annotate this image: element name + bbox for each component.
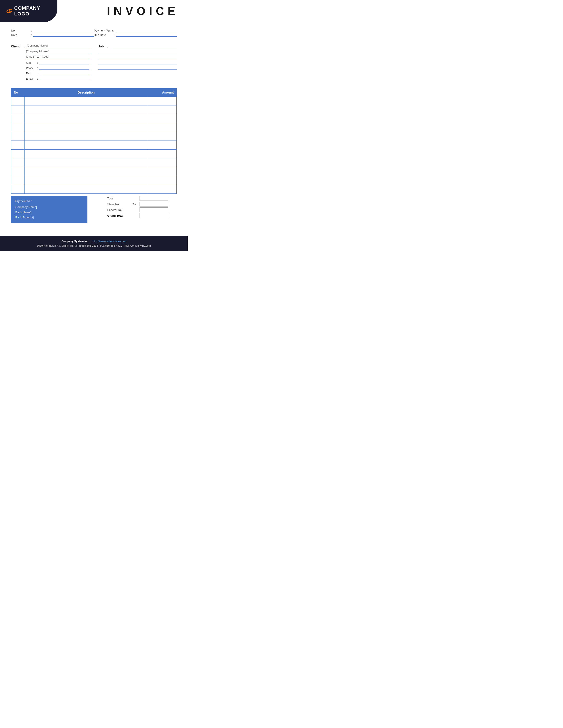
cell-desc-1[interactable] [24,97,148,105]
cell-no-1[interactable] [11,97,24,105]
cell-amount-6[interactable] [148,141,177,150]
table-row[interactable] [11,158,177,167]
table-row[interactable] [11,185,177,194]
table-row[interactable] [11,167,177,176]
cell-no-8[interactable] [11,158,24,167]
email-field[interactable] [39,76,89,80]
col-header-description: Description [24,88,148,97]
cell-no-4[interactable] [11,123,24,132]
client-column: Client : [Company Name] [Company Address… [11,44,89,82]
payment-title: Payment to : [15,199,84,204]
cell-amount-8[interactable] [148,158,177,167]
cell-no-11[interactable] [11,185,24,194]
cell-amount-7[interactable] [148,150,177,158]
cell-desc-10[interactable] [24,176,148,185]
table-row[interactable] [11,132,177,141]
cell-amount-10[interactable] [148,176,177,185]
cell-no-7[interactable] [11,150,24,158]
cell-amount-3[interactable] [148,114,177,123]
date-label: Date [11,33,31,37]
col-header-amount: Amount [148,88,177,97]
table-row[interactable] [11,176,177,185]
cell-desc-9[interactable] [24,167,148,176]
total-field[interactable] [139,196,168,201]
date-field[interactable] [33,33,94,37]
phone-field[interactable] [39,66,89,70]
cell-no-9[interactable] [11,167,24,176]
federal-tax-label: Federal Tax [107,208,132,212]
client-city-field[interactable]: [City, ST, ZIP Code] [26,55,89,59]
job-field-1[interactable] [110,44,177,48]
state-tax-pct: 3% [132,203,138,206]
footer-section: Payment to : [Company Name] [Bank Name] … [0,194,188,223]
cell-amount-9[interactable] [148,167,177,176]
cell-no-2[interactable] [11,105,24,114]
cell-desc-5[interactable] [24,132,148,141]
cell-amount-1[interactable] [148,97,177,105]
invoice-title: INVOICE [107,4,179,18]
client-address-field[interactable]: [Company Address] [26,50,89,54]
total-label: Total [107,197,132,200]
email-colon: : [37,77,38,80]
fax-label: Fax [26,72,37,75]
job-extra-row-4 [98,66,177,70]
table-section: No Description Amount [0,84,188,194]
cell-amount-11[interactable] [148,185,177,194]
cell-desc-2[interactable] [24,105,148,114]
cell-no-10[interactable] [11,176,24,185]
due-date-label: Due Date [94,33,114,37]
cell-amount-5[interactable] [148,132,177,141]
table-row[interactable] [11,123,177,132]
payment-account: [Bank Account] [15,215,84,220]
client-label: Client [11,45,24,48]
no-field[interactable] [33,29,94,32]
table-row[interactable] [11,105,177,114]
client-address-row: [Company Address] [11,50,89,54]
job-field-2[interactable] [98,50,177,54]
job-colon: : [107,45,108,48]
job-field-5[interactable] [98,66,177,70]
grand-total-field[interactable] [139,213,168,218]
fax-field[interactable] [39,71,89,75]
cell-desc-11[interactable] [24,185,148,194]
client-phone-row: Phone : [11,66,89,70]
job-header-row: Job : [98,44,177,48]
client-company-name[interactable]: [Company Name] [27,44,89,48]
footer-website-link[interactable]: http://freewordtemplates.net/ [93,240,126,243]
cell-desc-3[interactable] [24,114,148,123]
job-field-4[interactable] [98,60,177,64]
total-row: Total [107,196,177,201]
cell-amount-2[interactable] [148,105,177,114]
table-row[interactable] [11,114,177,123]
phone-colon: : [37,67,38,70]
cell-desc-4[interactable] [24,123,148,132]
payment-terms-field[interactable] [116,29,177,32]
cell-no-3[interactable] [11,114,24,123]
state-tax-field[interactable] [139,202,168,206]
cell-desc-7[interactable] [24,150,148,158]
job-field-3[interactable] [98,55,177,59]
logo-text: COMPANY LOGO [4,5,53,17]
cell-desc-6[interactable] [24,141,148,150]
table-row[interactable] [11,150,177,158]
invoice-title-area: INVOICE [57,0,188,22]
cell-desc-8[interactable] [24,158,148,167]
grand-total-label: Grand Total [107,214,132,217]
meta-due-date: Due Date : [94,33,177,37]
job-extra-row-1 [98,50,177,54]
table-row[interactable] [11,97,177,105]
bottom-footer: Company System Inc. | http://freewordtem… [0,236,188,251]
cell-amount-4[interactable] [148,123,177,132]
due-date-field[interactable] [116,33,177,37]
email-label: Email [26,77,37,80]
meta-no: No : [11,29,94,32]
federal-tax-field[interactable] [139,207,168,212]
cell-no-5[interactable] [11,132,24,141]
grand-total-row: Grand Total [107,213,177,218]
cell-no-6[interactable] [11,141,24,150]
attn-colon: : [37,61,38,64]
table-row[interactable] [11,141,177,150]
attn-field[interactable] [39,60,89,64]
meta-row-no-terms: No : Payment Terms : [11,29,177,32]
phone-label: Phone [26,67,37,70]
